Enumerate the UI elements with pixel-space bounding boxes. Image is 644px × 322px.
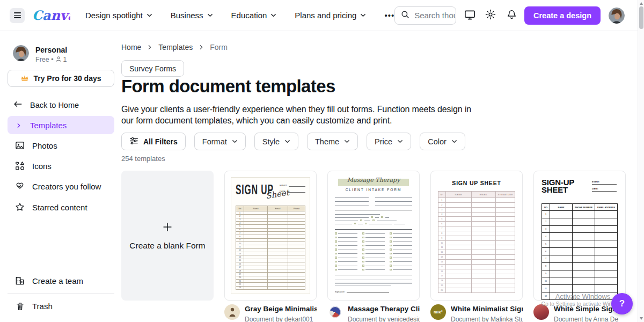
format-filter-button[interactable]: Format xyxy=(194,133,246,150)
canva-logo-icon: Canva xyxy=(32,6,70,25)
menu-education[interactable]: Education xyxy=(231,11,277,20)
scrollbar-up-arrow[interactable] xyxy=(640,2,643,5)
chevron-down-icon xyxy=(147,12,152,18)
trash-label: Trash xyxy=(32,302,53,311)
menu-design-spotlight[interactable]: Design spotlight xyxy=(85,11,152,20)
theme-filter-button[interactable]: Theme xyxy=(307,133,358,150)
member-count: 1 xyxy=(63,56,67,63)
account-profile[interactable]: Personal Free • 1 xyxy=(13,45,67,64)
create-blank-form-card[interactable]: Create a blank Form xyxy=(121,171,214,301)
doc-script-title: Massage Therapy xyxy=(338,177,409,184)
breadcrumb: Home Templates Form xyxy=(121,43,228,52)
template-byline[interactable]: Document by Anna De xyxy=(554,316,626,322)
chevron-right-icon xyxy=(16,121,21,130)
canva-templates-page: Canva Design spotlight Business Educatio… xyxy=(0,0,644,322)
create-team-label: Create a team xyxy=(32,276,83,286)
canva-logo[interactable]: Canva xyxy=(32,6,70,25)
page-description: Give your clients a user-friendly experi… xyxy=(121,104,480,127)
create-design-button[interactable]: Create a design xyxy=(524,6,601,25)
back-to-home-link[interactable]: Back to Home xyxy=(13,100,79,110)
try-pro-button[interactable]: Try Pro for 30 days xyxy=(8,70,114,87)
template-thumbnail-sign-up-minimal[interactable]: SIGN UP SHEET N°NAMEEMAILSIGNATURE123456… xyxy=(430,171,523,301)
settings-button[interactable] xyxy=(484,9,497,23)
doc-questions xyxy=(335,213,412,225)
filter-bar: All Filters Format Style Theme Price Col… xyxy=(121,133,465,150)
canva-logo-text: Canva xyxy=(32,8,70,23)
scrollbar-down-arrow[interactable] xyxy=(640,317,643,320)
menu-business[interactable]: Business xyxy=(171,11,213,20)
event-label: EVENT: xyxy=(280,184,287,187)
creator-avatar[interactable]: mlk° xyxy=(430,304,446,320)
creator-avatar[interactable] xyxy=(327,304,343,320)
template-title[interactable]: Gray Beige Minimalist ... xyxy=(245,304,317,314)
survey-forms-chip[interactable]: Survey Forms xyxy=(121,60,184,77)
desktop-app-button[interactable] xyxy=(463,9,477,23)
chevron-down-icon xyxy=(397,138,403,144)
mt-checkgrid xyxy=(335,232,412,271)
menu-label: Education xyxy=(231,11,267,20)
hamburger-menu-button[interactable] xyxy=(10,8,25,23)
template-title[interactable]: Massage Therapy Clien... xyxy=(348,304,420,314)
team-building-icon xyxy=(14,275,26,286)
template-byline[interactable]: Document by dekart001 xyxy=(245,316,317,322)
trash-button[interactable]: Trash xyxy=(8,296,114,316)
template-byline[interactable]: Document by venicedesigns xyxy=(348,316,420,322)
page-scrollbar[interactable] xyxy=(638,0,644,322)
account-plan: Free • 1 xyxy=(35,56,67,64)
try-pro-label: Try Pro for 30 days xyxy=(33,74,101,83)
sidebar-item-label: Creators you follow xyxy=(32,182,101,191)
template-grid: Create a blank Form SIGN UP Sheet EVENT:… xyxy=(121,171,626,322)
template-card: Massage Therapy CLIENT INTAKE FORM xyxy=(327,171,420,322)
sidebar-item-label: Photos xyxy=(32,141,57,150)
doc-field-lines xyxy=(335,196,412,206)
menu-plans-pricing[interactable]: Plans and pricing xyxy=(295,11,366,20)
sidebar-item-starred[interactable]: Starred content xyxy=(8,197,114,217)
doc-paragraph xyxy=(335,279,412,286)
trash-icon xyxy=(14,301,26,311)
filter-label: Theme xyxy=(315,137,339,146)
chevron-down-icon xyxy=(207,12,213,18)
template-thumbnail-sign-up-bold[interactable]: SIGN-UP SHEET EVENT: DATE: NONAMEPHONE N… xyxy=(533,171,626,301)
template-byline[interactable]: Document by Malinka Studio xyxy=(451,316,523,322)
account-avatar xyxy=(13,45,29,61)
breadcrumb-home[interactable]: Home xyxy=(121,43,141,52)
chevron-right-icon xyxy=(199,45,204,50)
back-to-home-label: Back to Home xyxy=(30,101,79,109)
create-team-button[interactable]: Create a team xyxy=(8,270,114,291)
star-icon xyxy=(14,202,26,213)
doc-banner: Massage Therapy xyxy=(338,179,409,186)
breadcrumb-templates[interactable]: Templates xyxy=(158,43,193,52)
shapes-icon xyxy=(14,160,26,171)
all-filters-button[interactable]: All Filters xyxy=(121,133,186,150)
doc-signature: Signature: xyxy=(335,290,412,293)
user-avatar-photo xyxy=(609,8,625,24)
menu-more-button[interactable]: ••• xyxy=(384,11,394,20)
creator-avatar[interactable] xyxy=(533,304,549,320)
filter-label: Price xyxy=(375,137,392,146)
monitor-icon xyxy=(464,9,476,23)
chevron-down-icon xyxy=(344,138,350,144)
style-filter-button[interactable]: Style xyxy=(254,133,298,150)
template-thumbnail-massage-therapy[interactable]: Massage Therapy CLIENT INTAKE FORM xyxy=(327,171,420,301)
notifications-button[interactable] xyxy=(504,9,518,23)
all-filters-label: All Filters xyxy=(143,137,178,146)
template-title[interactable]: White Minimalist Sign ... xyxy=(451,304,523,314)
creator-avatar[interactable] xyxy=(224,304,240,320)
color-filter-button[interactable]: Color xyxy=(420,133,465,150)
template-label: Massage Therapy Clien... Document by ven… xyxy=(327,304,420,322)
photos-icon xyxy=(14,140,26,151)
sign-up-table: NONAMEPHONE NUMBEREMAIL ADDRESS123456789… xyxy=(541,203,618,300)
sidebar-item-photos[interactable]: Photos xyxy=(8,135,114,156)
search-input[interactable] xyxy=(414,11,456,20)
heart-hands-icon xyxy=(14,181,26,192)
sidebar-item-templates[interactable]: Templates xyxy=(8,116,114,134)
user-avatar[interactable] xyxy=(609,8,625,24)
help-button[interactable]: ? xyxy=(611,293,633,314)
sidebar-item-creators[interactable]: Creators you follow xyxy=(8,176,114,196)
sidebar-item-icons[interactable]: Icons xyxy=(8,156,114,176)
price-filter-button[interactable]: Price xyxy=(367,133,411,150)
template-thumbnail-sign-up-beige[interactable]: SIGN UP Sheet EVENT: DATE: NoNameEmailPh… xyxy=(224,171,317,301)
scrollbar-thumb[interactable] xyxy=(639,6,643,29)
search-bar[interactable] xyxy=(394,6,456,25)
menu-label: Business xyxy=(171,11,203,20)
